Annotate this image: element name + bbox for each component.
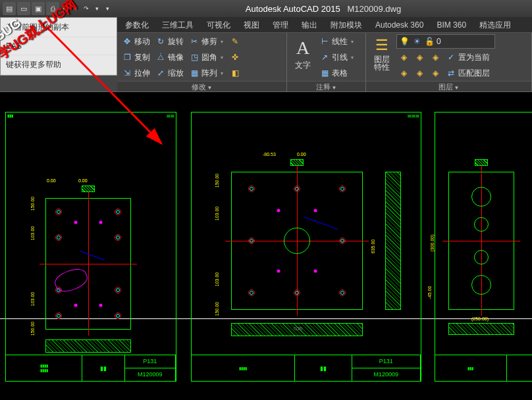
stretch-icon: ⇲ <box>122 68 132 78</box>
extra2-button[interactable]: ✜ <box>228 50 242 64</box>
move-icon: ✥ <box>122 36 132 47</box>
titleblock-3: ▮▮▮ ▮▮ <box>435 355 532 381</box>
layer-btn1[interactable]: ◈ <box>396 50 411 64</box>
trim-icon: ✂ <box>189 36 200 47</box>
qat-undo-icon[interactable]: ↶ <box>61 2 70 15</box>
extra3-button[interactable]: ◧ <box>228 66 242 80</box>
application-menu-dropdown: 存当前图形的副本 EAS 键获得更多帮助 <box>0 17 117 76</box>
unknown3-icon: ◧ <box>230 68 240 78</box>
layer-icon6: ◈ <box>430 68 440 78</box>
app-menu-saveas[interactable]: 存当前图形的副本 <box>1 18 117 38</box>
lock-icon: 🔓 <box>424 36 435 47</box>
tab-addins[interactable]: 附加模块 <box>324 17 369 33</box>
matchlayer-label: 匹配图层 <box>458 68 490 79</box>
side-section-2 <box>385 172 401 310</box>
layer-state-dropdown[interactable]: 💡 ☀ 🔓 0 <box>396 34 495 49</box>
linear-dim-button[interactable]: ⊢线性▾ <box>317 34 357 49</box>
tab-visualize[interactable]: 可视化 <box>200 17 237 33</box>
qat-print-icon[interactable]: ⎙ <box>46 2 59 15</box>
rotate-button[interactable]: ↻旋转 <box>153 34 186 49</box>
panel-layers-title[interactable]: 图层▼ <box>366 81 531 91</box>
tab-featured[interactable]: 精选应用 <box>473 17 518 33</box>
copy-button[interactable]: ❐复制 <box>120 50 152 64</box>
plan-view-3 <box>448 172 514 310</box>
tab-manage[interactable]: 管理 <box>266 17 295 33</box>
setcurrent-icon: ✓ <box>446 52 456 63</box>
drawing-area[interactable]: ▮▮▮ ▤▤ 150.00 103.00 103.00 150.00 0.00 … <box>0 92 532 400</box>
tab-output[interactable]: 输出 <box>295 17 324 33</box>
tab-3dtools[interactable]: 三维工具 <box>155 17 200 33</box>
tab-parametric[interactable]: 参数化 <box>119 17 155 33</box>
mirror-icon: ⧊ <box>155 52 166 63</box>
fillet-button[interactable]: ◳圆角▾ <box>187 50 226 64</box>
linear-icon: ⊢ <box>319 36 330 47</box>
sun-icon: ☀ <box>412 36 422 47</box>
app-menu-help[interactable]: 键获得更多帮助 <box>1 55 117 75</box>
copy-label: 复制 <box>134 52 150 63</box>
move-button[interactable]: ✥移动 <box>120 34 152 49</box>
layer-props-button[interactable]: ☰图层 特性 <box>369 34 395 74</box>
array-button[interactable]: ▦阵列▾ <box>187 66 226 80</box>
qat-dropdown-icon[interactable]: ▾ <box>71 2 80 15</box>
text-button[interactable]: A文字 <box>290 34 316 74</box>
leader-icon: ↗ <box>319 52 330 63</box>
trim-label: 修剪 <box>201 36 217 47</box>
stretch-button[interactable]: ⇲拉伸 <box>120 66 152 80</box>
text-label: 文字 <box>295 60 311 71</box>
titlebar: ▤ ▭ ▣ ⎙ ↶ ▾ ↷ ▾ ▾ Autodesk AutoCAD 2015 … <box>0 0 532 17</box>
qat-new-icon[interactable]: ▤ <box>3 2 16 15</box>
quick-access-toolbar: ▤ ▭ ▣ ⎙ ↶ ▾ ↷ ▾ ▾ <box>0 2 115 15</box>
layer-btn2[interactable]: ◈ <box>412 50 427 64</box>
leader-button[interactable]: ↗引线▾ <box>317 50 357 64</box>
move-label: 移动 <box>134 36 150 47</box>
panel-annotate-title[interactable]: 注释▼ <box>287 81 365 91</box>
qat-redo-icon[interactable]: ↷ <box>82 2 91 15</box>
layer-icon2: ◈ <box>414 52 425 63</box>
mirror-button[interactable]: ⧊镜像 <box>153 50 186 64</box>
layer-btn3[interactable]: ◈ <box>428 50 442 64</box>
sheet-right: ▤▤ (300.00) (250.00) 17.00 80.00 -45.00 … <box>435 112 532 382</box>
layer-icon1: ◈ <box>398 52 409 63</box>
trim-button[interactable]: ✂修剪▾ <box>187 34 226 49</box>
tab-view[interactable]: 视图 <box>237 17 266 33</box>
meta-tl1: ▮▮▮ <box>7 114 13 118</box>
panel-layers: ☰图层 特性 💡 ☀ 🔓 0 ◈ ◈ ◈ ✓置为当前 ◈ ◈ ◈ <box>366 33 532 91</box>
matchlayer-icon: ⇄ <box>446 68 456 78</box>
titleblock-1: ▮▮▮▮▮▮▮▮ ▮▮ P131 M120009 <box>6 355 176 381</box>
extra1-button[interactable]: ✎ <box>228 34 242 49</box>
copy-icon: ❐ <box>122 52 132 63</box>
layer-icon5: ◈ <box>414 68 425 78</box>
layer-btn5[interactable]: ◈ <box>412 66 427 80</box>
layer-icon4: ◈ <box>398 68 409 78</box>
file-name: M120009.dwg <box>348 4 402 14</box>
matchlayer-button[interactable]: ⇄匹配图层 <box>444 66 492 80</box>
scale-button[interactable]: ⤢缩放 <box>153 66 186 80</box>
tab-bim360[interactable]: BIM 360 <box>430 17 473 33</box>
app-name: Autodesk AutoCAD 2015 <box>246 4 340 14</box>
array-icon: ▦ <box>189 68 200 78</box>
mirror-label: 镜像 <box>168 52 184 63</box>
table-icon: ▦ <box>319 68 330 78</box>
qat-open-icon[interactable]: ▭ <box>17 2 30 15</box>
layer-props-label: 图层 特性 <box>374 55 390 71</box>
part-no-1: M120009 <box>125 368 176 382</box>
meta-tr1: ▤▤ <box>167 114 174 118</box>
layer-btn4[interactable]: ◈ <box>396 66 411 80</box>
qat-dropdown2-icon[interactable]: ▾ <box>92 2 101 15</box>
section-3 <box>448 323 514 335</box>
leader-label: 引线 <box>332 52 348 63</box>
tab-a360[interactable]: Autodesk 360 <box>369 17 430 33</box>
layer-stack-icon: ☰ <box>375 37 388 54</box>
sheet-left: ▮▮▮ ▤▤ 150.00 103.00 103.00 150.00 0.00 … <box>5 112 176 382</box>
bulb-icon: 💡 <box>399 36 410 47</box>
qat-save-icon[interactable]: ▣ <box>32 2 45 15</box>
rotate-icon: ↻ <box>155 36 166 47</box>
setcurrent-button[interactable]: ✓置为当前 <box>444 50 492 64</box>
sheet-no-2: P131 <box>352 355 421 368</box>
qat-more-icon[interactable]: ▾ <box>103 2 112 15</box>
sheet-center: ▤▤▤ 150.00 103.00 103.00 150.00 -80.53 0… <box>191 112 421 382</box>
panel-modify-title[interactable]: 修改▼ <box>117 81 286 91</box>
layer-btn6[interactable]: ◈ <box>428 66 442 80</box>
app-menu-eas[interactable]: EAS <box>1 38 117 55</box>
table-button[interactable]: ▦表格 <box>317 66 357 80</box>
